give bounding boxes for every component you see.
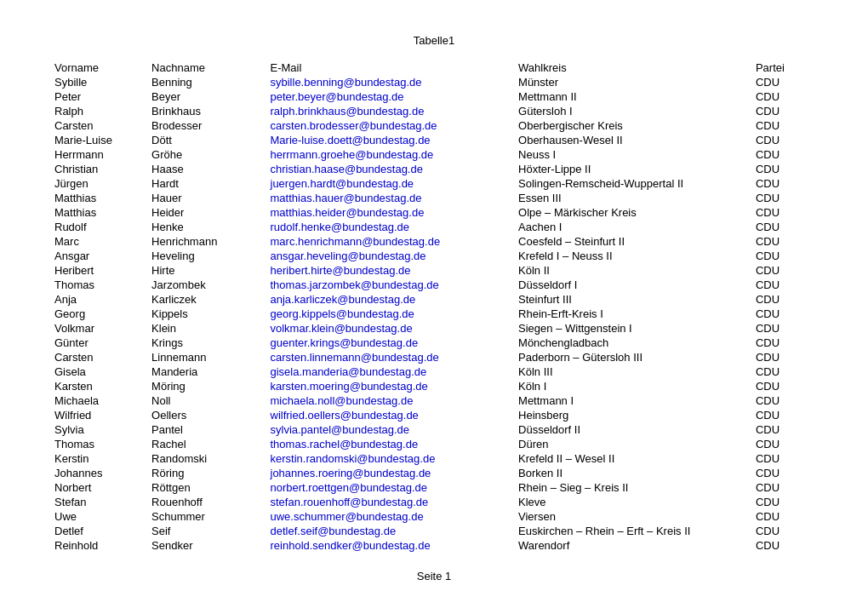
table-row: Marie-LuiseDöttMarie-luise.doett@bundest… <box>51 133 817 147</box>
cell-partei: CDU <box>752 147 817 162</box>
cell-email[interactable]: karsten.moering@bundestag.de <box>267 379 516 393</box>
cell-partei: CDU <box>752 393 817 408</box>
cell-partei: CDU <box>752 509 817 524</box>
cell-partei: CDU <box>752 133 817 147</box>
cell-nachname: Heveling <box>148 249 266 263</box>
cell-email[interactable]: peter.beyer@bundestag.de <box>267 89 516 104</box>
header-vorname: Vorname <box>51 60 148 75</box>
cell-partei: CDU <box>752 176 817 191</box>
cell-email[interactable]: herrmann.groehe@bundestag.de <box>267 147 516 162</box>
cell-email[interactable]: matthias.heider@bundestag.de <box>267 205 516 220</box>
cell-wahlkreis: Viersen <box>515 509 752 524</box>
cell-email[interactable]: carsten.brodesser@bundestag.de <box>267 118 516 133</box>
cell-email[interactable]: ralph.brinkhaus@bundestag.de <box>267 104 516 118</box>
cell-vorname: Wilfried <box>51 408 148 422</box>
cell-partei: CDU <box>752 75 817 89</box>
cell-email[interactable]: georg.kippels@bundestag.de <box>267 307 516 321</box>
cell-email[interactable]: reinhold.sendker@bundestag.de <box>267 538 516 553</box>
cell-email[interactable]: juergen.hardt@bundestag.de <box>267 176 516 191</box>
cell-wahlkreis: Kleve <box>515 495 752 509</box>
cell-email[interactable]: wilfried.oellers@bundestag.de <box>267 408 516 422</box>
cell-vorname: Volkmar <box>51 321 148 336</box>
cell-vorname: Anja <box>51 292 148 307</box>
cell-nachname: Hardt <box>148 176 266 191</box>
cell-email[interactable]: thomas.rachel@bundestag.de <box>267 437 516 451</box>
cell-email[interactable]: ansgar.heveling@bundestag.de <box>267 249 516 263</box>
cell-partei: CDU <box>752 364 817 379</box>
cell-nachname: Oellers <box>148 408 266 422</box>
cell-wahlkreis: Rhein-Erft-Kreis I <box>515 307 752 321</box>
cell-wahlkreis: Köln II <box>515 263 752 278</box>
cell-partei: CDU <box>752 162 817 176</box>
table-row: HeribertHirteheribert.hirte@bundestag.de… <box>51 263 817 278</box>
cell-nachname: Noll <box>148 393 266 408</box>
cell-email[interactable]: rudolf.henke@bundestag.de <box>267 220 516 234</box>
cell-partei: CDU <box>752 538 817 553</box>
cell-email[interactable]: sybille.benning@bundestag.de <box>267 75 516 89</box>
table-row: GiselaManderiagisela.manderia@bundestag.… <box>51 364 817 379</box>
cell-vorname: Georg <box>51 307 148 321</box>
cell-vorname: Thomas <box>51 437 148 451</box>
cell-nachname: Krings <box>148 336 266 350</box>
cell-wahlkreis: Krefeld I – Neuss II <box>515 249 752 263</box>
cell-partei: CDU <box>752 524 817 538</box>
cell-email[interactable]: guenter.krings@bundestag.de <box>267 336 516 350</box>
cell-partei: CDU <box>752 89 817 104</box>
cell-partei: CDU <box>752 278 817 292</box>
cell-vorname: Reinhold <box>51 538 148 553</box>
table-row: CarstenLinnemanncarsten.linnemann@bundes… <box>51 350 817 364</box>
cell-email[interactable]: thomas.jarzombek@bundestag.de <box>267 278 516 292</box>
table-row: JürgenHardtjuergen.hardt@bundestag.deSol… <box>51 176 817 191</box>
cell-email[interactable]: Marie-luise.doett@bundestag.de <box>267 133 516 147</box>
cell-email[interactable]: stefan.rouenhoff@bundestag.de <box>267 495 516 509</box>
cell-wahlkreis: Siegen – Wittgenstein I <box>515 321 752 336</box>
cell-wahlkreis: Aachen I <box>515 220 752 234</box>
page-title: Tabelle1 <box>51 34 817 47</box>
cell-email[interactable]: volkmar.klein@bundestag.de <box>267 321 516 336</box>
cell-wahlkreis: Rhein – Sieg – Kreis II <box>515 480 752 495</box>
cell-wahlkreis: Oberhausen-Wesel II <box>515 133 752 147</box>
cell-partei: CDU <box>752 495 817 509</box>
cell-email[interactable]: michaela.noll@bundestag.de <box>267 393 516 408</box>
table-row: SylviaPantelsylvia.pantel@bundestag.deDü… <box>51 422 817 437</box>
cell-email[interactable]: carsten.linnemann@bundestag.de <box>267 350 516 364</box>
cell-partei: CDU <box>752 350 817 364</box>
cell-wahlkreis: Oberbergischer Kreis <box>515 118 752 133</box>
cell-email[interactable]: norbert.roettgen@bundestag.de <box>267 480 516 495</box>
cell-email[interactable]: gisela.manderia@bundestag.de <box>267 364 516 379</box>
cell-partei: CDU <box>752 234 817 249</box>
cell-vorname: Heribert <box>51 263 148 278</box>
cell-email[interactable]: detlef.seif@bundestag.de <box>267 524 516 538</box>
cell-email[interactable]: sylvia.pantel@bundestag.de <box>267 422 516 437</box>
cell-vorname: Ralph <box>51 104 148 118</box>
table-row: AnjaKarliczekanja.karliczek@bundestag.de… <box>51 292 817 307</box>
cell-email[interactable]: kerstin.randomski@bundestag.de <box>267 451 516 466</box>
cell-wahlkreis: Neuss I <box>515 147 752 162</box>
cell-wahlkreis: Olpe – Märkischer Kreis <box>515 205 752 220</box>
cell-vorname: Rudolf <box>51 220 148 234</box>
cell-wahlkreis: Mettmann I <box>515 393 752 408</box>
cell-vorname: Marie-Luise <box>51 133 148 147</box>
cell-email[interactable]: heribert.hirte@bundestag.de <box>267 263 516 278</box>
cell-partei: CDU <box>752 118 817 133</box>
cell-email[interactable]: marc.henrichmann@bundestag.de <box>267 234 516 249</box>
page: Tabelle1 Vorname Nachname E-Mail Wahlkre… <box>0 0 868 614</box>
table-row: ReinholdSendkerreinhold.sendker@bundesta… <box>51 538 817 553</box>
cell-vorname: Kerstin <box>51 451 148 466</box>
cell-vorname: Stefan <box>51 495 148 509</box>
table-row: WilfriedOellerswilfried.oellers@bundesta… <box>51 408 817 422</box>
cell-wahlkreis: Köln I <box>515 379 752 393</box>
cell-partei: CDU <box>752 220 817 234</box>
cell-vorname: Sylvia <box>51 422 148 437</box>
table-row: AnsgarHevelingansgar.heveling@bundestag.… <box>51 249 817 263</box>
cell-nachname: Rachel <box>148 437 266 451</box>
table-row: MarcHenrichmannmarc.henrichmann@bundesta… <box>51 234 817 249</box>
cell-email[interactable]: uwe.schummer@bundestag.de <box>267 509 516 524</box>
cell-email[interactable]: anja.karliczek@bundestag.de <box>267 292 516 307</box>
cell-email[interactable]: matthias.hauer@bundestag.de <box>267 191 516 205</box>
cell-wahlkreis: Münster <box>515 75 752 89</box>
cell-nachname: Brinkhaus <box>148 104 266 118</box>
cell-email[interactable]: christian.haase@bundestag.de <box>267 162 516 176</box>
cell-nachname: Brodesser <box>148 118 266 133</box>
cell-email[interactable]: johannes.roering@bundestag.de <box>267 466 516 480</box>
